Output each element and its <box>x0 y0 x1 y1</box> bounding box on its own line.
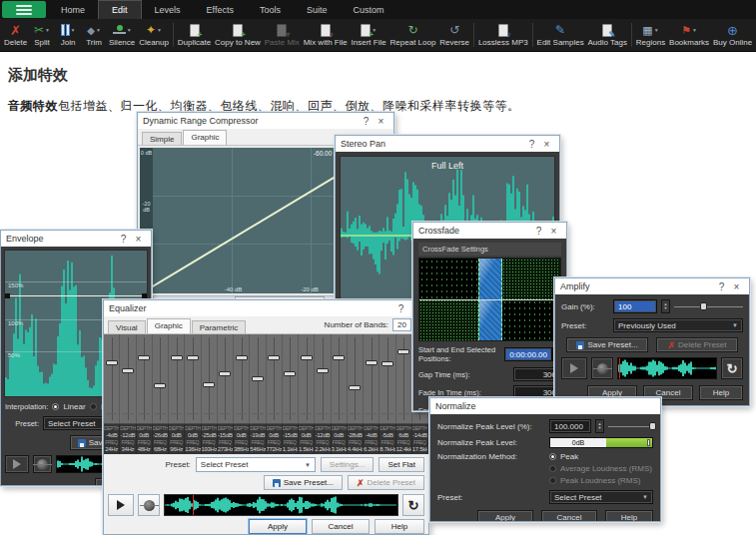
eq-slider-handle[interactable] <box>317 368 329 373</box>
tab-graphic[interactable]: Graphic <box>147 318 191 333</box>
toolbar-button-lossless-mp3[interactable]: ♪Lossless MP3 <box>476 19 530 51</box>
dropdown-arrow-icon[interactable]: ▼ <box>45 27 50 33</box>
tab-custom[interactable]: Custom <box>340 0 396 19</box>
eq-slider-handle[interactable] <box>219 371 231 376</box>
crossfade-graphic[interactable] <box>418 258 561 341</box>
start-end-position-input[interactable]: 0:00:00.00 <box>504 347 552 361</box>
number-of-bands-value[interactable]: 20 <box>392 318 411 331</box>
tab-graphic[interactable]: Graphic <box>183 130 227 145</box>
toolbar-button-reverse[interactable]: ↺Reverse <box>437 19 471 51</box>
eq-band-slider-19[interactable] <box>396 334 412 423</box>
help-icon[interactable]: ? <box>531 224 546 239</box>
dropdown-arrow-icon[interactable]: ▼ <box>96 27 101 33</box>
delete-preset-button[interactable]: ✗Delete Preset <box>348 475 424 490</box>
dropdown-arrow-icon[interactable]: ▼ <box>654 27 659 33</box>
help-button[interactable]: Help <box>605 510 653 522</box>
eq-band-slider-3[interactable] <box>137 334 153 423</box>
eq-band-slider-7[interactable] <box>202 334 218 423</box>
tab-visual[interactable]: Visual <box>108 320 146 333</box>
title-bar[interactable]: Amplify ? × <box>555 278 749 294</box>
eq-slider-handle[interactable] <box>301 355 313 360</box>
help-icon[interactable]: ? <box>359 114 374 129</box>
close-icon[interactable]: × <box>729 279 744 294</box>
settings-button[interactable]: Settings... <box>321 457 375 472</box>
preview-play-button[interactable] <box>561 357 587 379</box>
eq-band-slider-16[interactable] <box>348 334 364 423</box>
eq-band-slider-14[interactable] <box>315 334 331 423</box>
title-bar[interactable]: Crossfade ? × <box>413 223 566 239</box>
eq-slider-handle[interactable] <box>268 355 280 360</box>
eq-band-slider-2[interactable] <box>120 334 136 423</box>
peak-level-bar[interactable]: 0dB <box>549 437 653 448</box>
eq-slider-handle[interactable] <box>171 355 183 360</box>
title-bar[interactable]: Normalize <box>430 398 660 414</box>
preview-loop-knob-button[interactable] <box>591 357 613 379</box>
preset-dropdown[interactable]: Select Preset▼ <box>549 490 653 504</box>
eq-slider-handle[interactable] <box>154 383 166 388</box>
envelope-line[interactable] <box>5 295 147 296</box>
eq-band-slider-5[interactable] <box>169 334 185 423</box>
tab-home[interactable]: Home <box>48 0 98 19</box>
envelope-handle[interactable] <box>5 293 10 298</box>
toolbar-button-join[interactable]: ▼Join <box>55 19 81 51</box>
tab-simple[interactable]: Simple <box>142 132 182 145</box>
eq-slider-handle[interactable] <box>381 361 393 366</box>
title-bar[interactable]: Equalizer ? × <box>104 300 428 316</box>
eq-slider-handle[interactable] <box>138 355 150 360</box>
set-flat-button[interactable]: Set Flat <box>378 457 424 472</box>
toolbar-button-buy-online[interactable]: ⊕Buy Online <box>711 19 754 51</box>
eq-band-slider-8[interactable] <box>218 334 234 423</box>
toolbar-button-audio-tags[interactable]: ✎Audio Tags <box>586 19 629 51</box>
title-bar[interactable]: Envelope ? × <box>1 231 151 247</box>
tab-effects[interactable]: Effects <box>194 0 247 19</box>
help-icon[interactable]: ? <box>393 301 408 316</box>
preview-loop-knob-button[interactable] <box>33 455 52 473</box>
close-icon[interactable]: × <box>131 232 146 247</box>
eq-slider-handle[interactable] <box>333 355 345 360</box>
eq-slider-handle[interactable] <box>252 376 264 381</box>
title-bar[interactable]: Dynamic Range Compressor ? × <box>138 113 393 129</box>
tab-tools[interactable]: Tools <box>247 0 294 19</box>
eq-band-slider-10[interactable] <box>250 334 266 423</box>
eq-slider-handle[interactable] <box>397 349 409 354</box>
dropdown-arrow-icon[interactable]: ▼ <box>692 27 697 33</box>
close-icon[interactable]: × <box>374 114 388 129</box>
preview-play-button[interactable] <box>5 455 29 473</box>
eq-band-slider-15[interactable] <box>332 334 348 423</box>
eq-band-slider-17[interactable] <box>364 334 379 423</box>
tab-levels[interactable]: Levels <box>142 0 194 19</box>
loop-button[interactable]: ↻ <box>721 357 743 379</box>
title-bar[interactable]: Stereo Pan ? × <box>336 136 559 152</box>
toolbar-button-edit-samples[interactable]: ✎Edit Samples <box>535 19 586 51</box>
toolbar-button-duplicate[interactable]: +Duplicate <box>176 19 213 51</box>
toolbar-button-regions[interactable]: ▦▼Regions <box>634 19 667 51</box>
envelope-handle[interactable] <box>142 293 147 298</box>
eq-slider-handle[interactable] <box>284 371 296 376</box>
dropdown-arrow-icon[interactable]: ▼ <box>157 27 162 33</box>
toolbar-button-delete[interactable]: ✗Delete <box>2 19 29 51</box>
radio-peak-loudness[interactable]: Peak Loudness (RMS) <box>549 476 652 485</box>
help-button[interactable]: Help <box>699 385 743 400</box>
apply-button[interactable]: Apply <box>477 510 533 522</box>
preset-dropdown[interactable]: Select Preset▼ <box>196 457 316 472</box>
radio-linear[interactable]: Linear <box>52 402 85 411</box>
eq-slider-handle[interactable] <box>187 355 199 360</box>
preset-dropdown[interactable]: Previously Used▼ <box>613 318 743 332</box>
tab-suite[interactable]: Suite <box>294 0 341 19</box>
preview-play-button[interactable] <box>108 494 134 516</box>
toolbar-button-mix-with-file[interactable]: ♪Mix with File <box>302 19 350 51</box>
cancel-button[interactable]: Cancel <box>541 510 597 522</box>
eq-band-slider-12[interactable] <box>283 334 299 423</box>
help-icon[interactable]: ? <box>116 232 131 247</box>
dropdown-arrow-icon[interactable]: ▼ <box>71 27 76 33</box>
gain-slider[interactable] <box>674 299 743 313</box>
eq-slider-handle[interactable] <box>236 355 248 360</box>
toolbar-button-bookmarks[interactable]: ⚑▼Bookmarks <box>667 19 711 51</box>
radio-peak[interactable]: Peak <box>549 452 652 461</box>
eq-slider-handle[interactable] <box>203 382 215 387</box>
eq-slider-handle[interactable] <box>106 360 118 365</box>
close-icon[interactable]: × <box>539 137 554 152</box>
eq-band-slider-9[interactable] <box>234 334 250 423</box>
peak-level-spinner[interactable]: ▲▼ <box>595 419 604 433</box>
help-icon[interactable]: ? <box>714 279 729 294</box>
